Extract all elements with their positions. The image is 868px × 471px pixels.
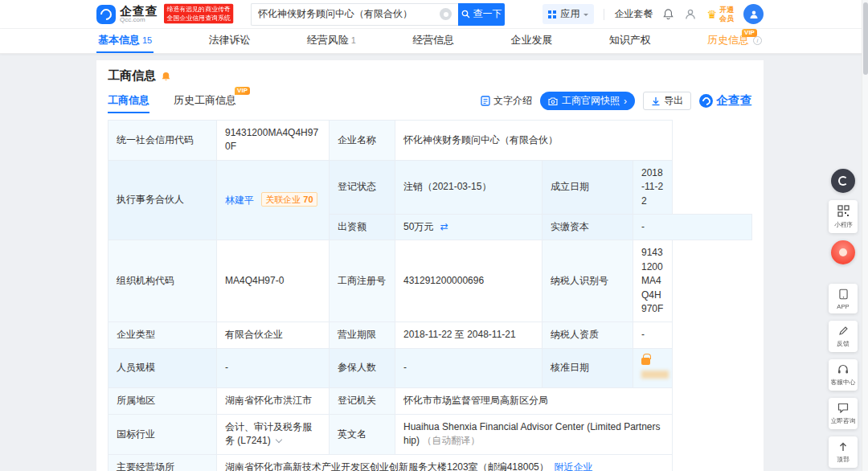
- brand-domain: Qcc.com: [120, 17, 158, 23]
- vip-badge: VIP: [742, 29, 757, 37]
- section-title: 工商信息: [108, 68, 156, 84]
- field-label: 纳税人资质: [542, 322, 633, 348]
- apps-grid-icon: [548, 10, 556, 18]
- field-label: 统一社会信用代码: [108, 121, 217, 161]
- capital-change-icon[interactable]: ⇄: [440, 221, 448, 232]
- capital-value: 50万元: [403, 221, 433, 232]
- field-value: 2018-11-22: [633, 160, 673, 214]
- field-label: 纳税人识别号: [542, 240, 633, 322]
- field-value: 注销（2021-03-15）: [395, 160, 542, 214]
- related-tag-label: 关联企业: [265, 193, 301, 206]
- field-label: 主要经营场所: [108, 454, 217, 471]
- mini-program-button[interactable]: 小程序: [829, 200, 858, 233]
- notification-bell-icon[interactable]: [662, 8, 674, 20]
- tab-basic-info[interactable]: 基本信息 15: [96, 29, 154, 53]
- app-download-button[interactable]: APP: [829, 284, 858, 313]
- official-snapshot-button[interactable]: 工商官网快照 ›: [540, 92, 635, 110]
- back-to-top-button[interactable]: 顶部: [829, 436, 858, 468]
- tab-label: 经营信息: [412, 33, 454, 47]
- related-companies-tag[interactable]: 关联企业 70: [261, 192, 317, 207]
- crown-icon: ♛: [706, 9, 717, 20]
- open-vip-button[interactable]: ♛ 开通 会员: [706, 6, 734, 23]
- subtab-history-business-info[interactable]: 历史工商信息 VIP: [174, 93, 236, 113]
- subtab-label: 工商信息: [108, 93, 149, 108]
- snapshot-label: 工商官网快照: [562, 94, 620, 108]
- consult-button[interactable]: 立即咨询: [829, 398, 858, 429]
- scrollbar-track[interactable]: [862, 0, 868, 471]
- customer-service-button[interactable]: 客服中心: [829, 359, 858, 391]
- search-icon: [461, 10, 470, 18]
- field-value: 2018-11-22 至 2048-11-21: [395, 322, 542, 348]
- headset-icon: [837, 364, 849, 375]
- field-value: 湖南省怀化市高新技术产业开发区创业创新服务大楼1203室（邮编418005） 附…: [217, 454, 673, 471]
- nearby-companies-link[interactable]: 附近企业: [554, 461, 592, 471]
- avatar-person-icon: [748, 9, 760, 20]
- industry-value: 会计、审计及税务服务 (L7241): [225, 421, 312, 446]
- search-box[interactable]: [251, 3, 458, 26]
- enterprise-package-link[interactable]: 企业套餐: [614, 7, 653, 21]
- field-value: 有限合伙企业: [217, 322, 330, 348]
- chat-icon: [837, 403, 849, 413]
- tab-intellectual-property[interactable]: 知识产权: [608, 29, 653, 53]
- field-label: 参保人数: [330, 348, 395, 388]
- subtab-business-info[interactable]: 工商信息: [108, 93, 149, 113]
- tab-operation-info[interactable]: 经营信息: [411, 29, 456, 53]
- field-label: 登记机关: [330, 388, 395, 414]
- qcc-logo-icon: [96, 5, 116, 24]
- field-label: 组织机构代码: [108, 240, 217, 322]
- document-icon: [481, 96, 490, 106]
- image-search-icon[interactable]: [440, 8, 452, 20]
- search-button[interactable]: 查一下: [458, 3, 505, 26]
- field-label: 营业期限: [330, 322, 395, 348]
- tab-legal-litigation[interactable]: 法律诉讼: [207, 29, 252, 53]
- tab-count: 15: [142, 35, 152, 45]
- chevron-down-icon[interactable]: [275, 436, 281, 443]
- promotion-icon[interactable]: [831, 240, 855, 264]
- guide-icon[interactable]: [831, 169, 855, 193]
- download-icon: [651, 96, 661, 106]
- scrollbar-thumb[interactable]: [863, 2, 868, 75]
- search-input[interactable]: [258, 9, 435, 20]
- qcc-logo[interactable]: 企查查 Qcc.com: [96, 5, 158, 24]
- business-info-table: 统一社会信用代码 91431200MA4Q4H970F 企业名称 怀化神侠财务顾…: [108, 120, 752, 471]
- table-row: 企业类型 有限合伙企业 营业期限 2018-11-22 至 2048-11-21…: [108, 322, 752, 348]
- apps-menu-button[interactable]: 应用: [542, 4, 594, 24]
- export-button[interactable]: 导出: [643, 92, 691, 110]
- address-value: 湖南省怀化市高新技术产业开发区创业创新服务大楼1203室（邮编418005）: [225, 461, 549, 471]
- executive-partner-link[interactable]: 林建平: [225, 195, 254, 206]
- field-value: 怀化神侠财务顾问中心（有限合伙）: [395, 121, 673, 161]
- subtab-label: 历史工商信息: [174, 93, 236, 108]
- text-intro-link[interactable]: 文字介绍: [481, 94, 532, 108]
- main-content: 工商信息 工商信息 历史工商信息 VIP 文字介绍 工商官网快照 › 导出: [0, 60, 868, 471]
- pencil-icon: [838, 326, 849, 336]
- field-value: 50万元 ⇄: [395, 214, 542, 240]
- field-value: 91431200MA4Q4H970F: [633, 240, 673, 322]
- auto-translate-note: （自动翻译）: [422, 435, 480, 446]
- business-actions: 文字介绍 工商官网快照 › 导出 企查查: [481, 92, 752, 113]
- field-label: 国标行业: [108, 414, 217, 454]
- text-intro-label: 文字介绍: [493, 94, 532, 108]
- table-row: 国标行业 会计、审计及税务服务 (L7241) 英文名 Huaihua Shen…: [108, 414, 752, 454]
- brand-name: 企查查: [120, 5, 158, 17]
- feedback-button[interactable]: 反馈: [829, 321, 858, 352]
- user-icon[interactable]: [684, 8, 697, 21]
- business-info-card: 工商信息 工商信息 历史工商信息 VIP 文字介绍 工商官网快照 › 导出: [96, 60, 764, 471]
- field-label: 实缴资本: [542, 214, 633, 240]
- slogan-line-1: 缔造有远见的商业传奇: [167, 6, 231, 14]
- tab-company-development[interactable]: 企业发展: [509, 29, 554, 53]
- table-row: 主要经营场所 湖南省怀化市高新技术产业开发区创业创新服务大楼1203室（邮编41…: [108, 454, 752, 471]
- table-row: 统一社会信用代码 91431200MA4Q4H970F 企业名称 怀化神侠财务顾…: [108, 121, 752, 161]
- divider: [604, 9, 604, 20]
- table-row: 组织机构代码 MA4Q4H97-0 工商注册号 431291200000696 …: [108, 240, 752, 322]
- app-label: APP: [837, 303, 849, 310]
- tab-history-info[interactable]: VIP 历史信息: [706, 29, 764, 53]
- lock-icon[interactable]: [641, 358, 650, 365]
- tab-label: 企业发展: [510, 33, 552, 47]
- info-icon: [753, 36, 762, 45]
- tab-operation-risk[interactable]: 经营风险 1: [305, 29, 358, 53]
- export-label: 导出: [664, 94, 683, 108]
- field-value: Huaihua Shenxia Financial Advisor Center…: [395, 414, 673, 454]
- chevron-right-icon: ›: [624, 96, 627, 107]
- tab-label: 知识产权: [609, 33, 651, 47]
- user-avatar[interactable]: [743, 4, 764, 24]
